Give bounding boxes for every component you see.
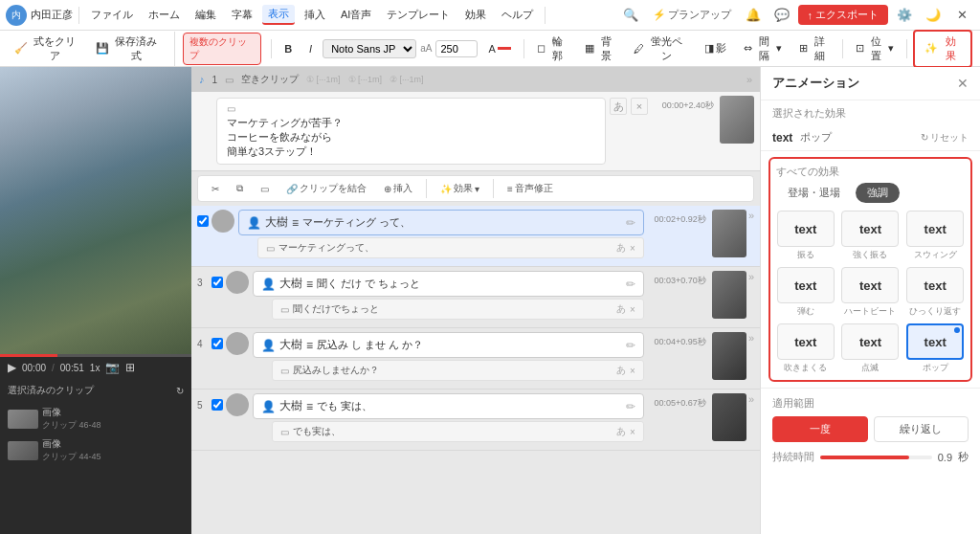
- sub-x-btn-5[interactable]: ×: [630, 427, 635, 437]
- italic-button[interactable]: I: [302, 40, 319, 57]
- nav-subtitle[interactable]: 字幕: [226, 6, 258, 24]
- nav-file[interactable]: ファイル: [85, 6, 139, 24]
- placeholder-button[interactable]: ▭: [255, 182, 275, 196]
- combine-button[interactable]: 🔗 クリップを結合: [280, 180, 372, 197]
- clear-style-button[interactable]: 🧹 式をクリア: [8, 32, 87, 66]
- nav-template[interactable]: テンプレート: [381, 6, 456, 24]
- export-button[interactable]: ↑ エクスポート: [798, 5, 889, 25]
- text-color-button[interactable]: A: [481, 40, 517, 57]
- nav-view[interactable]: 表示: [262, 5, 295, 25]
- outline-button[interactable]: ◻ 輪郭: [530, 32, 574, 66]
- sub-ja-btn-5[interactable]: あ: [616, 425, 626, 438]
- track-4-main-clip[interactable]: 👤 大樹 ≡ 尻込み し ませ ん か？ ✏: [253, 332, 644, 358]
- track-2-edit-icon[interactable]: ✏: [626, 216, 635, 230]
- search-icon[interactable]: 🔍: [618, 3, 643, 28]
- detail-button[interactable]: ⊞ 詳細: [792, 32, 836, 66]
- screenshot-button[interactable]: 📷: [105, 361, 120, 374]
- tab-emphasis[interactable]: 強調: [856, 183, 900, 203]
- track-4-checkbox[interactable]: [212, 338, 223, 349]
- effect-cell-5[interactable]: text ひっくり返す: [905, 267, 965, 318]
- nav-edit[interactable]: 編集: [189, 6, 222, 24]
- bg-button[interactable]: ▦ 背景: [578, 32, 623, 66]
- effect-cell-7[interactable]: text 点滅: [841, 323, 901, 374]
- highlight-button[interactable]: 🖊 蛍光ペン: [627, 32, 694, 66]
- animation-close-button[interactable]: ✕: [957, 76, 969, 91]
- nav-insert[interactable]: 挿入: [299, 6, 331, 24]
- track-2-sub-clip[interactable]: ▭ マーケティングって、 あ ×: [257, 237, 644, 258]
- track-3-main-clip[interactable]: 👤 大樹 ≡ 聞く だけ で ちょっと ✏: [253, 271, 644, 297]
- effect-cell-1[interactable]: text 強く振る: [841, 211, 901, 261]
- subtitle-close-button[interactable]: ×: [631, 98, 648, 115]
- track-3-sub-clip[interactable]: ▭ 聞くだけでちょっと あ ×: [272, 299, 644, 320]
- clear-style-icon: 🧹: [14, 42, 28, 55]
- effect-cell-8[interactable]: text ポップ: [905, 323, 965, 374]
- nav-effects[interactable]: 効果: [459, 6, 492, 24]
- bold-button[interactable]: B: [278, 40, 299, 57]
- track-5-edit-icon[interactable]: ✏: [626, 400, 635, 413]
- reset-button[interactable]: ↻ リセット: [921, 131, 969, 145]
- spacing-button[interactable]: ⇔ 間隔 ▾: [737, 32, 789, 66]
- preview-controls: ▶ 00:00 / 00:51 1x 📷 ⊞: [0, 357, 191, 378]
- notify-button[interactable]: 🔔: [741, 3, 766, 28]
- selected-clip-item-1[interactable]: 画像 クリップ 46-48: [8, 403, 184, 434]
- track-5-main-clip[interactable]: 👤 大樹 ≡ でも 実は、 ✏: [253, 393, 644, 419]
- nav-help[interactable]: ヘルプ: [496, 6, 539, 24]
- tab-enter-exit[interactable]: 登場・退場: [776, 183, 852, 203]
- track-5-checkbox[interactable]: [212, 399, 223, 411]
- multi-clip-group: 複数のクリップ: [183, 33, 261, 65]
- animation-panel: アニメーション ✕ 選択された効果 text ポップ ↻ リセット すべての効果…: [760, 67, 980, 534]
- effect-cell-3[interactable]: text 弾む: [776, 267, 835, 318]
- track-3-edit-icon[interactable]: ✏: [626, 278, 635, 291]
- nav-ai-voice[interactable]: AI音声: [335, 6, 377, 24]
- refresh-icon[interactable]: ↻: [176, 386, 184, 396]
- sub-ja-btn-4[interactable]: あ: [616, 364, 626, 377]
- subtitle-ja-button[interactable]: あ: [610, 98, 627, 115]
- insert-button[interactable]: ⊕ 挿入: [378, 180, 418, 197]
- plan-upgrade-button[interactable]: ⚡ プランアップ: [647, 6, 737, 24]
- track-arrow-1[interactable]: »: [746, 74, 752, 85]
- save-style-button[interactable]: 💾 保存済み式: [89, 32, 168, 66]
- settings-icon[interactable]: ⚙️: [892, 3, 917, 28]
- nav-home[interactable]: ホーム: [143, 6, 186, 24]
- track-5-sub-clip[interactable]: ▭ でも実は、 あ ×: [272, 421, 644, 442]
- font-family-select[interactable]: Noto Sans JP: [323, 39, 416, 58]
- track-3-checkbox[interactable]: [212, 277, 223, 288]
- sub-x-btn-3[interactable]: ×: [630, 304, 635, 315]
- track-4-edit-icon[interactable]: ✏: [626, 339, 635, 352]
- audio-fix-button[interactable]: ≡ 音声修正: [501, 180, 559, 197]
- track-3-arrow[interactable]: »: [748, 271, 754, 282]
- duration-bar[interactable]: [820, 456, 932, 459]
- track-4-sub-clip[interactable]: ▭ 尻込みしませんか？ あ ×: [272, 360, 644, 381]
- sub-ja-btn-3[interactable]: あ: [616, 302, 626, 316]
- moon-icon[interactable]: 🌙: [921, 3, 946, 28]
- copy-button[interactable]: ⧉: [231, 181, 249, 196]
- apply-once-button[interactable]: 一度: [772, 416, 868, 442]
- sub-x-btn-2[interactable]: ×: [630, 243, 635, 254]
- duration-value: 0.9: [938, 452, 952, 463]
- selected-clip-item-2[interactable]: 画像 クリップ 44-45: [8, 434, 184, 466]
- sub-x-btn-4[interactable]: ×: [630, 366, 635, 376]
- track-2-main-clip[interactable]: 👤 大樹 ≡ マーケティング って、 ✏: [238, 210, 644, 235]
- effect-button[interactable]: ✨ 効果: [913, 30, 972, 68]
- effect-cell-0[interactable]: text 振る: [776, 211, 835, 261]
- track-2-checkbox[interactable]: [197, 215, 209, 227]
- close-icon[interactable]: ✕: [949, 3, 974, 28]
- font-size-input[interactable]: [435, 40, 478, 57]
- play-button[interactable]: ▶: [8, 361, 16, 374]
- ctx-effect-button[interactable]: ✨ 効果 ▾: [434, 180, 485, 197]
- track-2-arrow[interactable]: »: [748, 210, 754, 221]
- sub-ja-btn-2[interactable]: あ: [616, 241, 626, 255]
- apply-repeat-button[interactable]: 繰り返し: [874, 416, 969, 442]
- track-5-arrow[interactable]: »: [748, 393, 754, 405]
- effect-cell-2[interactable]: text スウィング: [905, 211, 965, 261]
- support-button[interactable]: 💬: [769, 3, 794, 28]
- cut-button[interactable]: ✂: [206, 182, 225, 196]
- position-button[interactable]: ⊡ 位置 ▾: [849, 32, 901, 66]
- subtitle-text-2: コーヒーを飲みながら: [227, 130, 595, 145]
- effect-cell-6[interactable]: text 吹きまくる: [776, 323, 835, 374]
- grid-button[interactable]: ⊞: [125, 361, 135, 374]
- effect-cell-4[interactable]: text ハートビート: [841, 267, 901, 318]
- shadow-button[interactable]: ◨ 影: [698, 38, 733, 58]
- selected-clips-title: 選択済みのクリップ ↻: [8, 384, 184, 397]
- track-4-arrow[interactable]: »: [748, 332, 754, 344]
